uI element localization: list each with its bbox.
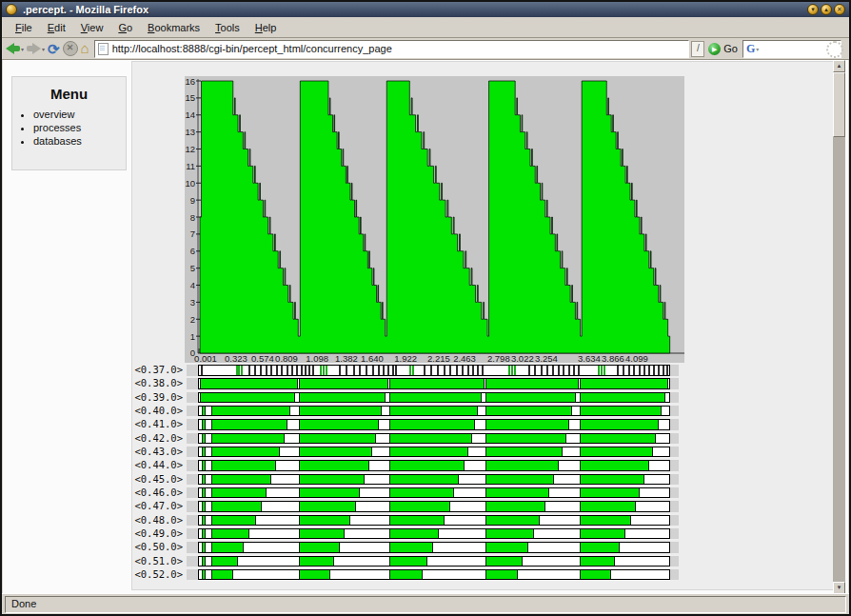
event-tick bbox=[534, 366, 536, 375]
process-row: <0.47.0> bbox=[132, 500, 835, 513]
running-segment bbox=[485, 529, 533, 539]
stop-icon: ✕ bbox=[63, 41, 78, 56]
scroll-up-button[interactable]: ▲ bbox=[833, 60, 845, 72]
running-segment bbox=[485, 516, 539, 526]
app-icon bbox=[6, 4, 17, 15]
process-timeline-strip bbox=[187, 378, 679, 389]
event-tick bbox=[617, 366, 619, 375]
event-tick bbox=[266, 366, 267, 375]
running-segment bbox=[485, 434, 565, 444]
menu-file[interactable]: File bbox=[8, 20, 40, 35]
running-segment bbox=[485, 475, 554, 485]
event-tick bbox=[552, 366, 554, 375]
maximize-button[interactable]: ▴ bbox=[821, 4, 832, 15]
event-tick bbox=[558, 366, 560, 375]
menu-go[interactable]: Go bbox=[110, 20, 140, 35]
process-timeline-strip bbox=[187, 406, 679, 417]
svg-text:14: 14 bbox=[185, 109, 195, 120]
process-timeline-strip bbox=[187, 447, 679, 458]
home-button[interactable]: ⌂ bbox=[81, 42, 89, 55]
run-tick bbox=[409, 366, 411, 375]
event-tick bbox=[260, 366, 262, 375]
process-row: <0.49.0> bbox=[132, 527, 835, 541]
process-row: <0.43.0> bbox=[132, 446, 835, 459]
sidebar-menu: Menu overviewprocessesdatabases bbox=[11, 76, 127, 170]
close-button[interactable]: ✕ bbox=[834, 4, 845, 15]
running-segment bbox=[485, 502, 544, 511]
svg-text:1.098: 1.098 bbox=[306, 353, 328, 363]
process-pid-label: <0.49.0> bbox=[132, 527, 183, 540]
vertical-scrollbar[interactable]: ▲ ▼ bbox=[833, 60, 845, 594]
event-tick bbox=[287, 366, 288, 375]
status-bar: Done bbox=[2, 593, 849, 614]
event-tick bbox=[546, 366, 548, 375]
running-segment bbox=[580, 461, 649, 470]
forward-dropdown-caret[interactable]: ▾ bbox=[42, 46, 45, 52]
running-segment bbox=[211, 434, 285, 444]
menu-bookmarks[interactable]: Bookmarks bbox=[140, 20, 208, 35]
minimize-button[interactable]: ▾ bbox=[807, 4, 819, 15]
google-search-icon[interactable]: G bbox=[746, 42, 755, 56]
process-row: <0.41.0> bbox=[132, 418, 835, 431]
svg-text:0.323: 0.323 bbox=[225, 353, 247, 363]
event-tick bbox=[346, 366, 347, 375]
running-segment bbox=[485, 557, 523, 566]
scrollbar-thumb[interactable] bbox=[833, 72, 845, 137]
svg-text:5: 5 bbox=[190, 263, 195, 273]
running-segment bbox=[389, 447, 468, 457]
url-bar[interactable] bbox=[94, 40, 690, 58]
svg-text:16: 16 bbox=[185, 76, 195, 87]
running-segment bbox=[211, 516, 256, 526]
svg-text:6: 6 bbox=[190, 246, 195, 256]
forward-button[interactable]: ▾ bbox=[27, 43, 45, 54]
reload-icon: ⟳ bbox=[48, 42, 60, 56]
running-segment bbox=[580, 407, 662, 416]
back-dropdown-caret[interactable]: ▾ bbox=[21, 46, 24, 52]
sidebar-item-processes[interactable]: processes bbox=[33, 122, 126, 133]
running-segment bbox=[485, 488, 549, 498]
menu-help[interactable]: Help bbox=[247, 20, 285, 35]
reload-button[interactable]: ⟳ bbox=[48, 42, 60, 56]
stop-button[interactable]: ✕ bbox=[63, 41, 78, 56]
url-input[interactable] bbox=[112, 43, 686, 54]
sidebar-item-overview[interactable]: overview bbox=[33, 109, 126, 120]
svg-text:4: 4 bbox=[190, 280, 195, 290]
process-row: <0.39.0> bbox=[132, 391, 835, 405]
running-segment bbox=[485, 379, 579, 388]
svg-text:0.001: 0.001 bbox=[194, 353, 217, 363]
back-button[interactable]: ▾ bbox=[6, 43, 24, 54]
event-tick bbox=[281, 366, 283, 375]
process-row: <0.46.0> bbox=[132, 487, 835, 500]
event-tick bbox=[301, 366, 303, 375]
menu-edit[interactable]: Edit bbox=[40, 20, 73, 35]
event-tick bbox=[633, 366, 635, 375]
event-tick bbox=[430, 366, 432, 375]
url-dropdown-button[interactable]: / bbox=[691, 41, 704, 57]
run-tick bbox=[412, 366, 414, 375]
running-segment bbox=[580, 447, 652, 457]
running-segment bbox=[485, 447, 563, 457]
process-pid-label: <0.47.0> bbox=[132, 500, 183, 512]
process-pid-label: <0.43.0> bbox=[132, 446, 183, 458]
running-segment bbox=[202, 407, 205, 416]
running-segment bbox=[299, 557, 334, 566]
running-segment bbox=[299, 488, 360, 498]
title-bar[interactable]: .percept. - Mozilla Firefox ▾ ▴ ✕ bbox=[2, 2, 849, 17]
process-pid-label: <0.46.0> bbox=[132, 487, 183, 499]
process-pid-label: <0.42.0> bbox=[132, 432, 183, 445]
menu-view[interactable]: View bbox=[73, 20, 111, 35]
event-tick bbox=[359, 366, 361, 375]
sidebar-item-databases[interactable]: databases bbox=[33, 135, 126, 147]
svg-text:2: 2 bbox=[190, 314, 195, 325]
process-timeline-strip bbox=[187, 487, 679, 499]
run-tick bbox=[241, 366, 243, 375]
go-button[interactable]: ▶ Go bbox=[708, 43, 738, 55]
run-tick bbox=[238, 366, 240, 375]
sidebar-title: Menu bbox=[12, 86, 126, 102]
event-tick bbox=[528, 366, 530, 375]
running-segment bbox=[299, 529, 346, 539]
event-tick bbox=[541, 366, 543, 375]
event-tick bbox=[467, 366, 469, 375]
go-button-label: Go bbox=[723, 43, 738, 54]
menu-tools[interactable]: Tools bbox=[208, 20, 247, 35]
